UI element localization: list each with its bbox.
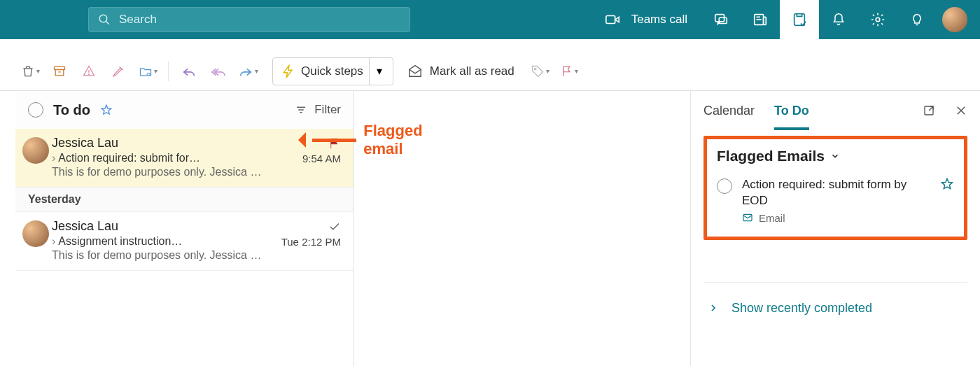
move-button[interactable]: ▾ xyxy=(134,58,161,85)
chevron-down-icon: ▾ xyxy=(255,67,258,75)
lightbulb-icon[interactable] xyxy=(897,0,937,39)
todo-pane-toggle[interactable] xyxy=(780,0,819,39)
forward-button[interactable]: ▾ xyxy=(234,58,261,85)
search-input[interactable]: Search xyxy=(88,7,410,32)
svg-point-13 xyxy=(89,73,90,74)
popout-icon[interactable] xyxy=(923,104,935,117)
side-pane: Calendar To Do Flagged Emails xyxy=(690,91,980,366)
folder-title: To do xyxy=(53,102,90,118)
check-icon xyxy=(328,220,341,233)
search-icon xyxy=(98,13,111,26)
teams-call-button[interactable]: Teams call xyxy=(591,12,701,27)
tab-calendar[interactable]: Calendar xyxy=(704,91,755,130)
user-avatar[interactable] xyxy=(942,7,967,32)
date-group-header: Yesterday xyxy=(15,188,354,212)
news-icon[interactable] xyxy=(741,0,780,39)
sweep-button[interactable] xyxy=(105,58,132,85)
reply-button[interactable] xyxy=(176,58,202,85)
task-item[interactable]: Action required: submit form by EOD Emai… xyxy=(717,177,954,224)
task-title: Action required: submit form by EOD xyxy=(742,177,930,209)
svg-rect-6 xyxy=(764,17,766,24)
reply-all-button[interactable] xyxy=(205,58,232,85)
svg-rect-2 xyxy=(606,16,615,24)
chevron-down-icon: ▾ xyxy=(154,67,158,75)
star-icon[interactable] xyxy=(100,104,113,116)
bell-icon[interactable] xyxy=(819,0,858,39)
mark-all-read-label: Mark all as read xyxy=(430,64,514,78)
envelope-open-icon xyxy=(407,64,423,79)
command-bar: ▾ ▾ ▾ Quick steps ▾ Mark all as read ▾ xyxy=(0,52,980,91)
video-icon xyxy=(605,12,620,27)
star-icon[interactable] xyxy=(940,177,954,224)
app-topbar: Search Teams call xyxy=(0,0,980,39)
svg-point-10 xyxy=(876,17,880,22)
quick-steps-label: Quick steps xyxy=(301,64,363,78)
svg-line-1 xyxy=(106,21,109,24)
message-preview: This is for demo purposes only. Jessica … xyxy=(52,166,341,178)
sender-avatar xyxy=(22,220,49,247)
chevron-right-icon xyxy=(708,302,719,314)
delete-button[interactable]: ▾ xyxy=(17,58,43,85)
mark-all-read-button[interactable]: Mark all as read xyxy=(407,64,514,79)
sender-name: Jessica Lau xyxy=(52,219,118,234)
mail-icon xyxy=(742,212,753,223)
message-preview: This is for demo purposes only. Jessica … xyxy=(52,249,341,262)
task-checkbox[interactable] xyxy=(717,178,732,194)
filter-button[interactable]: Filter xyxy=(295,103,341,117)
message-item[interactable]: Jessica Lau › Assignment instruction… Tu… xyxy=(15,212,354,271)
chevron-down-icon xyxy=(830,151,840,161)
show-completed-button[interactable]: Show recently completed xyxy=(704,282,967,316)
report-button[interactable] xyxy=(76,58,102,85)
svg-rect-4 xyxy=(719,17,727,23)
side-pane-tabs: Calendar To Do xyxy=(704,91,967,130)
reading-pane xyxy=(354,91,690,366)
flagged-emails-section: Flagged Emails Action required: submit f… xyxy=(704,136,967,240)
filter-label: Filter xyxy=(314,103,341,117)
teams-call-label: Teams call xyxy=(631,13,687,27)
gear-icon[interactable] xyxy=(858,0,897,39)
chevron-down-icon: ▾ xyxy=(546,67,550,75)
sender-name: Jessica Lau xyxy=(52,136,118,150)
flagged-emails-header[interactable]: Flagged Emails xyxy=(717,148,954,164)
chevron-right-icon: › xyxy=(52,235,55,248)
flagged-emails-label: Flagged Emails xyxy=(717,148,825,164)
chevron-right-icon: › xyxy=(52,152,55,164)
message-time: Tue 2:12 PM xyxy=(281,236,341,248)
show-completed-label: Show recently completed xyxy=(732,301,872,316)
message-subject: Action required: submit for… xyxy=(58,152,200,164)
sender-avatar xyxy=(22,137,49,164)
tag-button[interactable]: ▾ xyxy=(527,58,554,85)
select-all-checkbox[interactable] xyxy=(28,102,43,118)
search-placeholder: Search xyxy=(119,13,157,27)
task-source: Email xyxy=(759,212,785,224)
quick-steps-button[interactable]: Quick steps ▾ xyxy=(272,57,393,85)
close-icon[interactable] xyxy=(955,104,967,117)
quick-steps-dropdown[interactable]: ▾ xyxy=(369,58,390,85)
svg-point-0 xyxy=(99,15,107,22)
svg-rect-9 xyxy=(794,14,805,26)
archive-button[interactable] xyxy=(46,58,73,85)
lightning-icon xyxy=(281,64,295,78)
svg-rect-11 xyxy=(55,66,65,69)
svg-point-15 xyxy=(535,68,537,70)
arrow-icon xyxy=(298,135,356,145)
tab-todo[interactable]: To Do xyxy=(774,91,809,130)
chat-icon[interactable] xyxy=(701,0,741,39)
message-list: To do Filter Jessica Lau › Action requir… xyxy=(15,91,354,366)
chevron-down-icon: ▾ xyxy=(36,67,40,75)
chevron-down-icon: ▾ xyxy=(575,67,578,75)
flag-button[interactable]: ▾ xyxy=(556,58,583,85)
message-subject: Assignment instruction… xyxy=(58,235,182,248)
